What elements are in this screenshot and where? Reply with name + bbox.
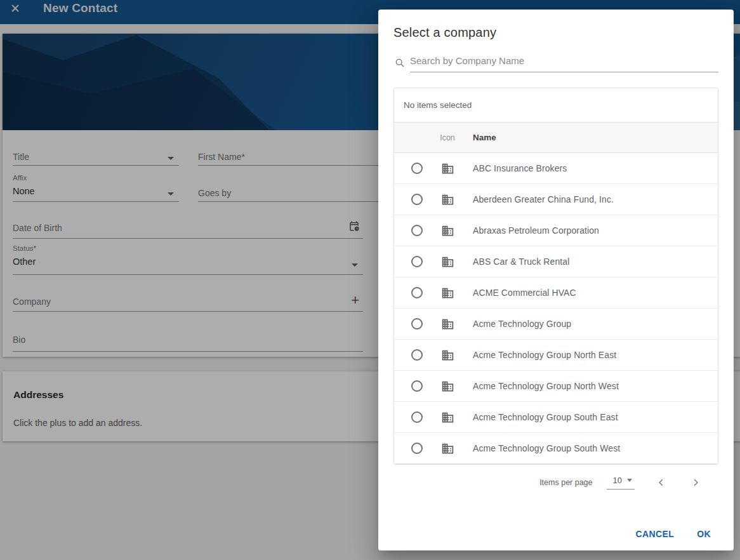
company-name: Acme Technology Group South West (455, 443, 620, 453)
items-per-page-label: Items per page (539, 478, 592, 487)
table-row[interactable]: Abraxas Petroleum Corporation (394, 215, 718, 246)
paginator: Items per page 10 (393, 465, 718, 500)
company-name: ABS Car & Truck Rental (455, 257, 569, 267)
table-row[interactable]: Acme Technology Group South East (394, 402, 718, 433)
radio-button[interactable] (411, 225, 423, 236)
table-row[interactable]: ACME Commercial HVAC (394, 277, 718, 309)
page-size-select[interactable]: 10 (607, 476, 635, 490)
radio-button[interactable] (411, 443, 423, 454)
table-row[interactable]: Aberdeen Greater China Fund, Inc. (394, 184, 718, 215)
selection-status: No items selected (394, 88, 718, 123)
table-row[interactable]: Acme Technology Group North East (394, 340, 718, 371)
radio-button[interactable] (411, 194, 423, 205)
radio-button[interactable] (411, 349, 423, 361)
company-building-icon (441, 317, 454, 331)
company-list: No items selected Icon Name ABC Insuranc… (393, 88, 718, 465)
company-building-icon (441, 411, 454, 424)
company-search (393, 51, 718, 72)
table-row[interactable]: ABS Car & Truck Rental (394, 246, 718, 277)
company-name: Acme Technology Group North East (455, 350, 616, 360)
cancel-button[interactable]: CANCEL (628, 523, 682, 545)
next-page-button[interactable] (688, 475, 703, 490)
company-building-icon (441, 380, 454, 393)
table-row[interactable]: ABC Insurance Brokers (394, 153, 718, 184)
company-building-icon (441, 193, 454, 206)
company-name: Abraxas Petroleum Corporation (455, 225, 599, 236)
company-building-icon (441, 224, 454, 237)
company-building-icon (441, 162, 454, 175)
company-name: Acme Technology Group North West (455, 381, 619, 391)
radio-button[interactable] (411, 287, 423, 298)
table-header: Icon Name (394, 123, 718, 153)
radio-button[interactable] (411, 163, 423, 174)
company-name: Acme Technology Group (455, 319, 571, 329)
dialog-actions: CANCEL OK (628, 523, 718, 545)
radio-button[interactable] (411, 411, 423, 423)
company-table-body: ABC Insurance Brokers Aberdeen Greater C… (394, 153, 718, 464)
table-row[interactable]: Acme Technology Group (394, 309, 718, 340)
company-name: Aberdeen Greater China Fund, Inc. (455, 194, 614, 204)
company-building-icon (441, 349, 454, 362)
name-column-header: Name (455, 133, 496, 142)
page-size-value: 10 (613, 476, 622, 485)
previous-page-button[interactable] (654, 475, 669, 490)
company-name: ACME Commercial HVAC (455, 288, 576, 298)
radio-button[interactable] (411, 380, 423, 392)
chevron-down-icon (627, 479, 632, 482)
dialog-title: Select a company (393, 25, 718, 40)
company-building-icon (441, 286, 454, 300)
search-icon (395, 58, 405, 68)
table-row[interactable]: Acme Technology Group North West (394, 371, 718, 402)
ok-button[interactable]: OK (689, 523, 718, 545)
table-row[interactable]: Acme Technology Group South West (394, 433, 718, 464)
company-name: ABC Insurance Brokers (455, 163, 567, 173)
icon-column-header: Icon (440, 133, 455, 142)
company-building-icon (441, 255, 454, 269)
search-input[interactable] (410, 55, 718, 72)
select-company-dialog: Select a company No items selected Icon … (378, 10, 734, 550)
company-name: Acme Technology Group South East (455, 412, 618, 422)
radio-button[interactable] (411, 318, 423, 330)
radio-button[interactable] (411, 256, 423, 267)
company-building-icon (441, 442, 454, 455)
